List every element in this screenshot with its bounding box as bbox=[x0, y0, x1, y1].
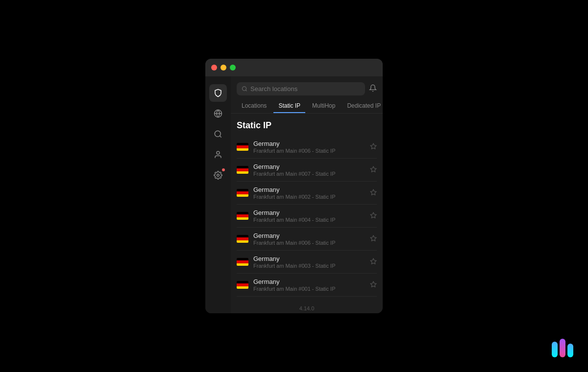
location-list: Germany Frankfurt am Main #006 - Static … bbox=[237, 136, 377, 302]
section-title: Static IP bbox=[237, 114, 377, 136]
content-area: Static IP Germany Frankfurt am Main #006… bbox=[231, 114, 383, 302]
tab-dedicated-ip[interactable]: Dedicated IP bbox=[342, 99, 383, 113]
flag-de bbox=[237, 143, 248, 151]
search-icon bbox=[242, 86, 247, 92]
sidebar bbox=[205, 76, 231, 313]
location-text: Germany Frankfurt am Main #007 - Static … bbox=[253, 163, 365, 177]
tab-multihop[interactable]: MultiHop bbox=[307, 99, 340, 113]
right-panel: Locations Static IP MultiHop Dedicated I… bbox=[231, 76, 383, 313]
flag-de bbox=[237, 281, 248, 289]
svg-point-5 bbox=[217, 174, 220, 177]
location-item[interactable]: Germany Frankfurt am Main #004 - Static … bbox=[237, 205, 377, 228]
svg-line-7 bbox=[245, 90, 246, 91]
location-item[interactable]: Japan Tokyo #019 - Static IP bbox=[237, 297, 377, 302]
app-window: Locations Static IP MultiHop Dedicated I… bbox=[205, 59, 383, 313]
location-subtitle: Frankfurt am Main #003 - Static IP bbox=[253, 263, 365, 269]
location-text: Germany Frankfurt am Main #004 - Static … bbox=[253, 209, 365, 223]
version-text: 4.14.0 bbox=[231, 302, 383, 313]
location-item[interactable]: Germany Frankfurt am Main #006 - Static … bbox=[237, 136, 377, 159]
location-item[interactable]: Germany Frankfurt am Main #003 - Static … bbox=[237, 251, 377, 274]
flag-de bbox=[237, 212, 248, 220]
shield-icon bbox=[214, 89, 222, 97]
location-subtitle: Frankfurt am Main #007 - Static IP bbox=[253, 171, 365, 177]
svg-marker-8 bbox=[370, 143, 376, 149]
location-name: Germany bbox=[253, 140, 365, 147]
notification-bell[interactable] bbox=[369, 84, 377, 94]
svg-marker-10 bbox=[370, 189, 376, 195]
location-subtitle: Frankfurt am Main #006 - Static IP bbox=[253, 148, 365, 154]
favorite-star[interactable] bbox=[370, 143, 377, 151]
sidebar-icon-user[interactable] bbox=[209, 146, 227, 163]
svg-marker-14 bbox=[370, 281, 376, 287]
tab-static-ip[interactable]: Static IP bbox=[273, 99, 305, 113]
location-name: Germany bbox=[253, 278, 365, 285]
flag-de bbox=[237, 166, 248, 174]
settings-badge bbox=[222, 168, 225, 171]
svg-marker-9 bbox=[370, 166, 376, 172]
favorite-star[interactable] bbox=[370, 281, 377, 289]
user-icon bbox=[214, 150, 222, 159]
minimize-button[interactable] bbox=[220, 65, 226, 70]
favorite-star[interactable] bbox=[370, 258, 377, 266]
logo-bar-1 bbox=[552, 342, 558, 357]
svg-marker-13 bbox=[370, 258, 376, 264]
svg-marker-11 bbox=[370, 212, 376, 218]
location-name: Germany bbox=[253, 186, 365, 193]
location-subtitle: Frankfurt am Main #004 - Static IP bbox=[253, 217, 365, 223]
logo-bar-2 bbox=[560, 339, 565, 357]
bottom-logo bbox=[552, 339, 573, 357]
location-text: Germany Frankfurt am Main #003 - Static … bbox=[253, 255, 365, 269]
location-item[interactable]: Germany Frankfurt am Main #002 - Static … bbox=[237, 182, 377, 205]
sidebar-icon-shield[interactable] bbox=[209, 84, 227, 102]
svg-marker-12 bbox=[370, 235, 376, 241]
search-magnify-icon bbox=[214, 130, 222, 139]
favorite-star[interactable] bbox=[370, 166, 377, 174]
location-item[interactable]: Germany Frankfurt am Main #007 - Static … bbox=[237, 159, 377, 182]
search-bar-row bbox=[231, 76, 383, 99]
location-text: Germany Frankfurt am Main #006 - Static … bbox=[253, 140, 365, 154]
favorite-star[interactable] bbox=[370, 189, 377, 197]
close-button[interactable] bbox=[211, 65, 217, 70]
svg-line-3 bbox=[220, 136, 221, 137]
location-text: Germany Frankfurt am Main #001 - Static … bbox=[253, 278, 365, 292]
location-item[interactable]: Germany Frankfurt am Main #006 - Static … bbox=[237, 228, 377, 251]
favorite-star[interactable] bbox=[370, 235, 377, 243]
search-input[interactable] bbox=[250, 85, 360, 93]
location-name: Germany bbox=[253, 209, 365, 216]
location-text: Germany Frankfurt am Main #002 - Static … bbox=[253, 186, 365, 200]
location-text: Germany Frankfurt am Main #006 - Static … bbox=[253, 232, 365, 246]
globe-icon bbox=[214, 109, 222, 118]
location-name: Germany bbox=[253, 163, 365, 170]
tabs-row: Locations Static IP MultiHop Dedicated I… bbox=[231, 99, 383, 114]
bell-icon bbox=[369, 84, 377, 92]
svg-point-6 bbox=[243, 87, 246, 91]
location-name: Germany bbox=[253, 255, 365, 262]
tab-locations[interactable]: Locations bbox=[237, 99, 271, 113]
title-bar bbox=[205, 59, 383, 76]
location-subtitle: Frankfurt am Main #001 - Static IP bbox=[253, 286, 365, 292]
main-content: Locations Static IP MultiHop Dedicated I… bbox=[205, 76, 383, 313]
maximize-button[interactable] bbox=[230, 65, 236, 70]
sidebar-icon-settings[interactable] bbox=[209, 166, 227, 184]
location-subtitle: Frankfurt am Main #006 - Static IP bbox=[253, 240, 365, 246]
location-subtitle: Frankfurt am Main #002 - Static IP bbox=[253, 194, 365, 200]
sidebar-icon-search[interactable] bbox=[209, 125, 227, 143]
settings-icon bbox=[214, 171, 222, 180]
logo-bar-3 bbox=[567, 344, 573, 357]
flag-de bbox=[237, 258, 248, 266]
flag-de bbox=[237, 235, 248, 243]
favorite-star[interactable] bbox=[370, 212, 377, 220]
search-input-wrapper[interactable] bbox=[237, 82, 365, 95]
location-item[interactable]: Germany Frankfurt am Main #001 - Static … bbox=[237, 274, 377, 297]
svg-point-2 bbox=[215, 131, 220, 137]
location-name: Germany bbox=[253, 232, 365, 239]
sidebar-icon-globe[interactable] bbox=[209, 105, 227, 122]
svg-point-4 bbox=[217, 151, 220, 154]
flag-de bbox=[237, 189, 248, 197]
